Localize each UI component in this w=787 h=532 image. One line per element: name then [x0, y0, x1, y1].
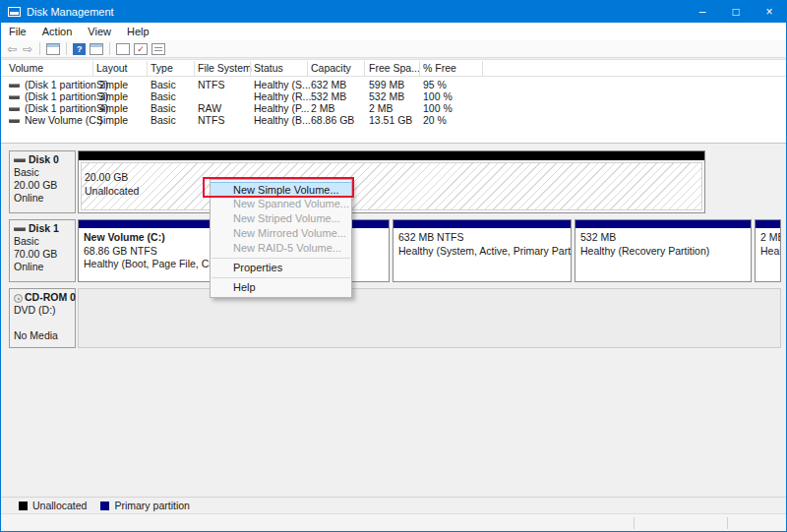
menu-item-new-raid5-volume: New RAID-5 Volume...	[211, 241, 351, 256]
disk0-unallocated-region[interactable]: 20.00 GB Unallocated	[78, 150, 705, 213]
table-row[interactable]: New Volume (C:) Simple Basic NTFS Health…	[1, 114, 786, 126]
partition-size: 2 MB	[760, 231, 781, 245]
annotation-highlight-box	[203, 177, 354, 198]
menu-action[interactable]: Action	[34, 23, 81, 40]
cell-free: 2 MB	[369, 102, 394, 114]
status-bar	[1, 513, 786, 531]
cell-pct: 100 %	[423, 102, 453, 114]
list-view-icon[interactable]	[151, 43, 165, 55]
menu-file[interactable]: File	[1, 23, 34, 40]
disk-management-window: Disk Management – □ × File Action View H…	[0, 0, 787, 532]
disk1-status: Online	[14, 261, 75, 273]
disk0-size: 20.00 GB	[14, 179, 75, 192]
window-title: Disk Management	[27, 6, 114, 18]
col-layout[interactable]: Layout	[96, 62, 128, 74]
primary-partition-color-bar	[575, 220, 751, 228]
partition-status: Healthy (Recovery Partition)	[580, 245, 709, 259]
disk1-label[interactable]: Disk 1 Basic 70.00 GB Online	[9, 219, 76, 282]
column-divider	[419, 61, 420, 76]
cell-fs: NTFS	[198, 79, 224, 90]
partition-recovery[interactable]: 532 MB Healthy (Recovery Partition)	[575, 219, 752, 282]
cell-layout: Simple	[96, 114, 128, 126]
col-volume[interactable]: Volume	[9, 62, 43, 74]
col-status[interactable]: Status	[254, 62, 283, 74]
table-row[interactable]: (Disk 1 partition 2) Simple Basic NTFS H…	[1, 79, 786, 90]
column-divider	[307, 61, 308, 76]
cell-capacity: 68.86 GB	[311, 114, 354, 126]
disk0-type: Basic	[14, 166, 75, 179]
cell-type: Basic	[151, 90, 176, 102]
menu-separator	[212, 277, 350, 278]
column-divider	[250, 61, 251, 76]
unallocated-swatch	[19, 502, 28, 510]
cell-pct: 100 %	[423, 90, 453, 102]
table-row[interactable]: (Disk 1 partition 4) Simple Basic RAW He…	[1, 102, 786, 114]
status-divider	[727, 517, 728, 529]
menu-help[interactable]: Help	[119, 23, 157, 40]
cdrom-region	[78, 288, 781, 348]
unallocated-color-bar	[79, 151, 704, 160]
minimize-button[interactable]: –	[686, 1, 719, 23]
cdrom-drive: DVD (D:)	[14, 304, 75, 317]
cell-volume: New Volume (C:)	[25, 114, 102, 126]
menu-separator	[212, 258, 350, 259]
cell-capacity: 532 MB	[311, 90, 346, 102]
disk-icon	[14, 158, 26, 162]
column-divider	[92, 61, 93, 76]
help-icon[interactable]: ?	[73, 43, 86, 55]
cell-type: Basic	[151, 114, 176, 126]
close-button[interactable]: ×	[753, 1, 786, 23]
volume-list-pane: Volume Layout Type File System Status Ca…	[1, 59, 786, 144]
legend-primary-partition: Primary partition	[114, 500, 189, 511]
volume-icon	[9, 84, 20, 88]
menu-item-new-spanned-volume: New Spanned Volume...	[211, 197, 351, 211]
menu-item-properties[interactable]: Properties	[211, 261, 351, 275]
partition-status: Healthy (System, Active, Primary Partiti…	[398, 245, 572, 259]
cell-fs: RAW	[198, 102, 221, 114]
disk0-name: Disk 0	[29, 153, 59, 165]
cdrom-label[interactable]: CD-ROM 0 DVD (D:) No Media	[9, 288, 76, 348]
volume-icon	[9, 95, 20, 99]
partition-system[interactable]: 632 MB NTFS Healthy (System, Active, Pri…	[393, 219, 572, 282]
cell-type: Basic	[151, 79, 176, 90]
menu-item-new-mirrored-volume: New Mirrored Volume...	[211, 226, 351, 241]
menu-item-help[interactable]: Help	[211, 280, 351, 295]
column-divider	[194, 61, 195, 76]
cd-icon	[14, 294, 23, 303]
col-freespace[interactable]: Free Spa...	[369, 62, 420, 74]
menu-view[interactable]: View	[80, 23, 119, 40]
cell-free: 13.51 GB	[369, 114, 412, 126]
partition-size: 532 MB	[580, 231, 709, 245]
partition-small[interactable]: 2 MB Healthy	[755, 219, 781, 282]
graphical-view-pane: Disk 0 Basic 20.00 GB Online 20.00 GB Un…	[1, 145, 786, 496]
back-icon[interactable]: ⇦	[4, 41, 20, 57]
unallocated-hatch	[81, 162, 702, 210]
cdrom-name: CD-ROM 0	[25, 291, 76, 303]
column-divider	[364, 61, 365, 76]
check-document-icon[interactable]: ✓	[134, 43, 148, 55]
cell-status: Healthy (R...	[254, 90, 311, 102]
col-pctfree[interactable]: % Free	[423, 62, 456, 74]
cell-pct: 20 %	[423, 114, 447, 126]
col-filesystem[interactable]: File System	[198, 62, 252, 74]
cell-capacity: 632 MB	[311, 79, 346, 90]
properties-window-icon[interactable]	[90, 43, 103, 55]
toolbar-separator	[109, 42, 110, 55]
cell-layout: Simple	[96, 79, 128, 90]
table-row[interactable]: (Disk 1 partition 3) Simple Basic Health…	[1, 90, 786, 102]
cell-free: 599 MB	[369, 79, 404, 90]
maximize-button[interactable]: □	[719, 1, 753, 23]
toolbar: ⇦ ⇨ ? ✓	[1, 40, 786, 58]
forward-icon[interactable]: ⇨	[20, 41, 35, 57]
col-capacity[interactable]: Capacity	[311, 62, 351, 74]
legend-bar: Unallocated Primary partition	[1, 497, 786, 513]
disk-management-icon	[8, 7, 21, 17]
col-type[interactable]: Type	[151, 62, 173, 74]
cell-capacity: 2 MB	[311, 102, 335, 114]
console-window-icon[interactable]	[46, 43, 60, 55]
toolbar-separator	[39, 42, 40, 55]
action-pane-icon[interactable]	[116, 43, 130, 55]
volume-table-header: Volume Layout Type File System Status Ca…	[1, 60, 786, 77]
disk0-label[interactable]: Disk 0 Basic 20.00 GB Online	[9, 150, 76, 213]
cell-layout: Simple	[96, 102, 128, 114]
